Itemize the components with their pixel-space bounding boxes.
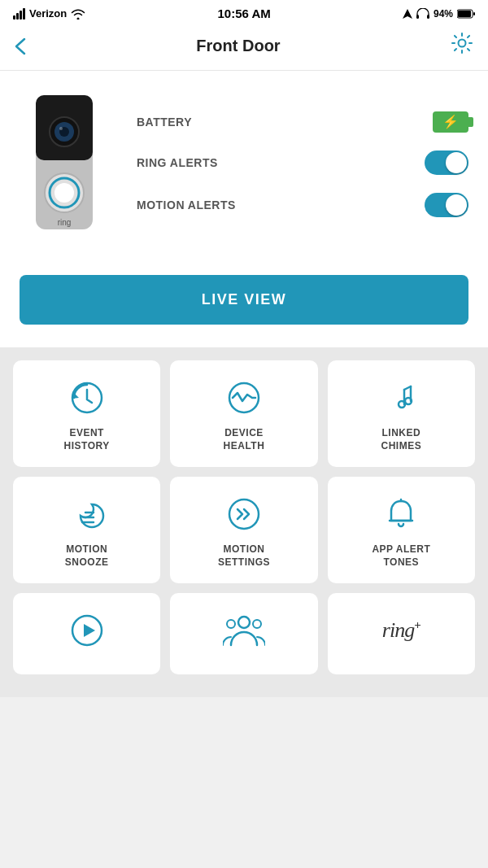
grid-section: EVENTHISTORY DEVICEHEALTH (0, 347, 488, 697)
battery-label: BATTERY (137, 116, 192, 129)
device-section: ring BATTERY ⚡ RING ALERTS MOTION ALERTS (0, 71, 488, 260)
motion-settings-icon (224, 495, 264, 534)
play-icon (68, 611, 107, 650)
svg-rect-0 (416, 15, 419, 19)
headphones-icon (416, 8, 429, 20)
video-item[interactable] (13, 593, 160, 674)
signal-icon (13, 8, 25, 20)
event-history-label: EVENTHISTORY (64, 427, 110, 452)
app-alert-tones-icon (381, 495, 420, 534)
svg-point-24 (229, 499, 259, 529)
device-health-icon (224, 378, 264, 417)
svg-rect-1 (427, 15, 429, 19)
app-alert-tones-label: APP ALERTTONES (372, 543, 430, 569)
linked-chimes-item[interactable]: LINKEDCHIMES (328, 360, 475, 467)
linked-chimes-icon (381, 378, 420, 417)
grid-row-2: MOTIONSNOOZE MOTIONSETTINGS (13, 477, 475, 583)
grid-row-1: EVENTHISTORY DEVICEHEALTH (13, 360, 475, 467)
motion-settings-label: MOTIONSETTINGS (218, 543, 270, 569)
motion-alerts-toggle[interactable] (425, 193, 468, 217)
status-bar: Verizon 10:56 AM 94% (0, 0, 488, 24)
doorbell-svg: ring (20, 87, 109, 238)
ring-alerts-toggle[interactable] (425, 150, 468, 175)
page-title: Front Door (196, 37, 280, 55)
motion-alerts-row: MOTION ALERTS (137, 193, 468, 217)
motion-alerts-label: MOTION ALERTS (137, 198, 236, 212)
battery-row: BATTERY ⚡ (137, 111, 468, 133)
battery-percent: 94% (434, 8, 453, 20)
status-time: 10:56 AM (217, 7, 270, 20)
svg-point-20 (405, 398, 412, 404)
header: Front Door (0, 24, 488, 71)
ring-plus-item[interactable]: ring+ (328, 593, 475, 674)
svg-point-29 (227, 620, 235, 628)
users-icon (223, 611, 265, 650)
motion-snooze-label: MOTIONSNOOZE (65, 543, 109, 569)
svg-point-19 (399, 401, 405, 408)
motion-snooze-icon (68, 495, 107, 534)
motion-settings-item[interactable]: MOTIONSETTINGS (170, 477, 317, 583)
location-icon (403, 9, 412, 19)
ring-alerts-row: RING ALERTS (137, 150, 468, 175)
device-image: ring (20, 87, 117, 241)
battery-bolt-icon: ⚡ (442, 116, 459, 129)
svg-point-30 (253, 620, 261, 628)
svg-point-5 (459, 40, 466, 47)
live-view-button[interactable]: LIVE VIEW (20, 275, 468, 325)
svg-marker-27 (84, 624, 95, 637)
toggle-knob-2 (446, 194, 467, 216)
svg-point-14 (54, 183, 74, 203)
ring-plus-icon: ring+ (382, 611, 420, 650)
settings-button[interactable] (451, 32, 473, 60)
svg-rect-3 (458, 11, 471, 17)
toggle-knob (446, 152, 467, 173)
back-button[interactable] (15, 37, 26, 55)
svg-point-28 (238, 617, 250, 628)
battery-icon: ⚡ (433, 111, 468, 133)
svg-text:ring: ring (58, 218, 72, 227)
svg-point-11 (59, 127, 63, 130)
wifi-icon (71, 8, 85, 20)
live-view-section: LIVE VIEW (0, 260, 488, 347)
event-history-item[interactable]: EVENTHISTORY (13, 360, 160, 467)
device-controls: BATTERY ⚡ RING ALERTS MOTION ALERTS (137, 111, 468, 217)
shared-users-item[interactable] (170, 593, 317, 674)
ring-alerts-label: RING ALERTS (137, 156, 218, 169)
linked-chimes-label: LINKEDCHIMES (381, 427, 421, 452)
app-alert-tones-item[interactable]: APP ALERTTONES (328, 477, 475, 583)
svg-rect-4 (473, 12, 475, 15)
motion-snooze-item[interactable]: MOTIONSNOOZE (13, 477, 160, 583)
grid-row-3: ring+ (13, 593, 475, 674)
battery-status-icon (457, 9, 475, 19)
device-health-label: DEVICEHEALTH (224, 427, 265, 452)
carrier-label: Verizon (29, 7, 67, 20)
event-history-icon (68, 378, 107, 417)
status-right: 94% (403, 8, 475, 20)
device-health-item[interactable]: DEVICEHEALTH (170, 360, 317, 467)
status-left: Verizon (13, 7, 85, 20)
